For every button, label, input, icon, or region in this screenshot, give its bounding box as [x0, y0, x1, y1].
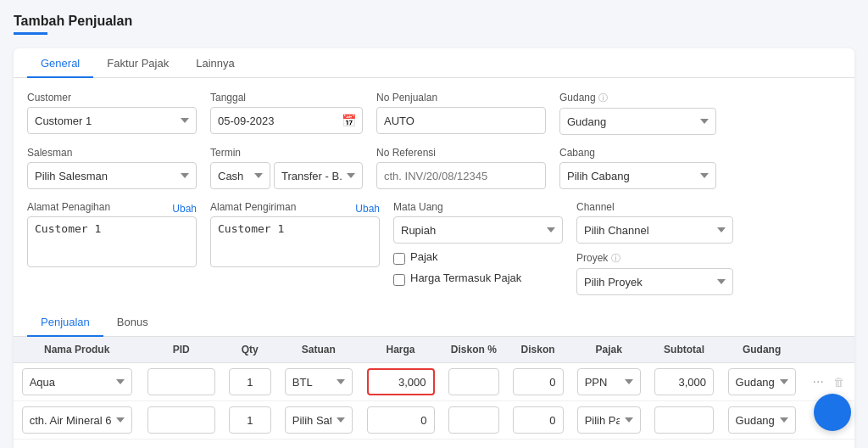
- satuan-select-1[interactable]: BTL PCS KG: [285, 368, 353, 395]
- salesman-group: Salesman Pilih Salesman: [27, 147, 197, 189]
- no-penjualan-input[interactable]: [376, 107, 546, 134]
- proyek-select[interactable]: Pilih Proyek: [576, 268, 733, 295]
- product-table-container: Nama Produk PID Qty Satuan Harga Diskon …: [14, 337, 854, 440]
- form-row-2: Salesman Pilih Salesman Termin Cash Kred…: [27, 147, 841, 189]
- subtotal-input-1[interactable]: [654, 368, 714, 395]
- table-row: cth. Air Mineral 600 ml Pilih Satuan: [14, 401, 854, 440]
- no-referensi-input[interactable]: [376, 162, 546, 189]
- product-table: Nama Produk PID Qty Satuan Harga Diskon …: [14, 337, 854, 440]
- tab-penjualan[interactable]: Penjualan: [27, 307, 103, 337]
- tab-bonus[interactable]: Bonus: [103, 307, 162, 337]
- td-product-2: cth. Air Mineral 600 ml: [14, 401, 140, 440]
- dots-button-1[interactable]: ···: [809, 372, 826, 391]
- gudang-select[interactable]: Gudang: [559, 108, 716, 135]
- alamat-pengiriman-label: Alamat Pengiriman: [210, 201, 296, 213]
- harga-termasuk-pajak-checkbox[interactable]: [393, 274, 405, 286]
- product-select-1[interactable]: Aqua: [22, 368, 132, 395]
- qty-input-2[interactable]: [229, 406, 271, 434]
- mata-uang-pajak-group: Mata Uang Rupiah USD Pajak Harga Termasu…: [393, 201, 563, 293]
- diskon-pct-input-1[interactable]: [448, 368, 499, 395]
- pajak-row: Pajak: [393, 250, 563, 266]
- harga-input-2[interactable]: [367, 406, 435, 434]
- tanggal-label: Tanggal: [210, 92, 363, 104]
- diskon-pct-input-2[interactable]: [448, 406, 499, 434]
- td-pid-2: [140, 401, 222, 440]
- gudang-row-select-1[interactable]: Gudang: [728, 368, 796, 395]
- page: Tambah Penjualan GeneralFaktur PajakLain…: [0, 0, 868, 448]
- proyek-label: Proyek ⓘ: [576, 252, 733, 265]
- mata-uang-select[interactable]: Rupiah USD: [393, 216, 563, 244]
- td-diskon-1: [506, 363, 570, 401]
- th-qty: Qty: [222, 337, 277, 363]
- td-pid-1: [140, 363, 222, 401]
- pid-input-2[interactable]: [147, 406, 215, 434]
- product-select-2[interactable]: cth. Air Mineral 600 ml: [22, 406, 132, 434]
- pajak-select-2[interactable]: Pilih Pajak PPN PPH: [577, 406, 641, 434]
- harga-input-1[interactable]: [367, 368, 435, 395]
- form-section: Customer Customer 1 Customer 2 Tanggal 📅…: [14, 92, 854, 295]
- no-penjualan-group: No Penjualan: [376, 92, 546, 135]
- td-subtotal-1: [648, 363, 721, 401]
- td-qty-1: [222, 363, 277, 401]
- th-gudang: Gudang: [721, 337, 803, 363]
- td-satuan-1: BTL PCS KG: [277, 363, 359, 401]
- table-header-row: Nama Produk PID Qty Satuan Harga Diskon …: [14, 337, 854, 363]
- channel-proyek-group: Channel Pilih Channel Proyek ⓘ Pilih Pro…: [576, 201, 733, 295]
- td-product-1: Aqua: [14, 363, 140, 401]
- pid-input-1[interactable]: [147, 368, 215, 395]
- tab-faktur-pajak[interactable]: Faktur Pajak: [93, 48, 182, 78]
- subtotal-input-2[interactable]: [654, 406, 714, 434]
- mata-uang-label: Mata Uang: [393, 201, 563, 213]
- tab-general[interactable]: General: [27, 48, 93, 78]
- alamat-penagihan-ubah[interactable]: Ubah: [172, 203, 197, 215]
- harga-termasuk-pajak-row: Harga Termasuk Pajak: [393, 272, 563, 288]
- trash-button-1[interactable]: 🗑: [830, 374, 848, 390]
- table-row: Aqua BTL PCS K: [14, 363, 854, 401]
- tanggal-input-wrap: 📅: [210, 107, 363, 134]
- th-diskon-pct: Diskon %: [442, 337, 506, 363]
- tab-lainnya[interactable]: Lainnya: [182, 48, 248, 78]
- alamat-pengiriman-textarea[interactable]: Customer 1: [210, 216, 380, 267]
- salesman-select[interactable]: Pilih Salesman: [27, 162, 197, 189]
- pajak-select-1[interactable]: PPN PPH: [577, 368, 641, 395]
- satuan-select-2[interactable]: Pilih Satuan BTL PCS: [285, 406, 353, 434]
- proyek-help-icon[interactable]: ⓘ: [611, 253, 620, 263]
- th-subtotal: Subtotal: [648, 337, 721, 363]
- diskon-input-1[interactable]: [513, 368, 564, 395]
- gudang-help-icon[interactable]: ⓘ: [598, 92, 608, 103]
- pajak-label: Pajak: [410, 250, 438, 263]
- customer-label: Customer: [27, 92, 197, 104]
- alamat-penagihan-label-row: Alamat Penagihan Ubah: [27, 201, 197, 216]
- td-harga-1: [359, 363, 442, 401]
- chat-fab-button[interactable]: [814, 394, 851, 431]
- customer-select[interactable]: Customer 1 Customer 2: [27, 107, 197, 134]
- harga-termasuk-pajak-label: Harga Termasuk Pajak: [410, 272, 521, 284]
- no-referensi-group: No Referensi: [376, 147, 546, 189]
- cabang-select[interactable]: Pilih Cabang: [559, 162, 716, 189]
- termin-transfer-select[interactable]: Transfer - B..: [274, 162, 363, 189]
- tanggal-input[interactable]: [210, 107, 363, 134]
- th-diskon: Diskon: [506, 337, 570, 363]
- termin-inputs: Cash Kredit Transfer - B..: [210, 162, 363, 189]
- th-harga: Harga: [359, 337, 442, 363]
- alamat-pengiriman-ubah[interactable]: Ubah: [355, 203, 380, 215]
- form-row-1: Customer Customer 1 Customer 2 Tanggal 📅…: [27, 92, 841, 135]
- channel-label: Channel: [576, 201, 733, 213]
- alamat-penagihan-group: Alamat Penagihan Ubah Customer 1: [27, 201, 197, 267]
- td-gudang-row-1: Gudang: [721, 363, 803, 401]
- diskon-input-2[interactable]: [513, 406, 564, 434]
- gudang-row-select-2[interactable]: Gudang: [728, 406, 796, 434]
- qty-input-1[interactable]: [229, 368, 271, 395]
- alamat-penagihan-label: Alamat Penagihan: [27, 201, 110, 213]
- title-underline: [14, 32, 47, 35]
- th-pid: PID: [140, 337, 222, 363]
- td-pajak-2: Pilih Pajak PPN PPH: [570, 401, 648, 440]
- th-nama-produk: Nama Produk: [14, 337, 140, 363]
- termin-type-select[interactable]: Cash Kredit: [210, 162, 270, 189]
- pajak-checkbox[interactable]: [393, 253, 405, 265]
- alamat-penagihan-textarea[interactable]: Customer 1: [27, 216, 197, 267]
- no-penjualan-label: No Penjualan: [376, 92, 546, 104]
- channel-select[interactable]: Pilih Channel: [576, 216, 733, 244]
- td-qty-2: [222, 401, 277, 440]
- th-actions: [803, 337, 854, 363]
